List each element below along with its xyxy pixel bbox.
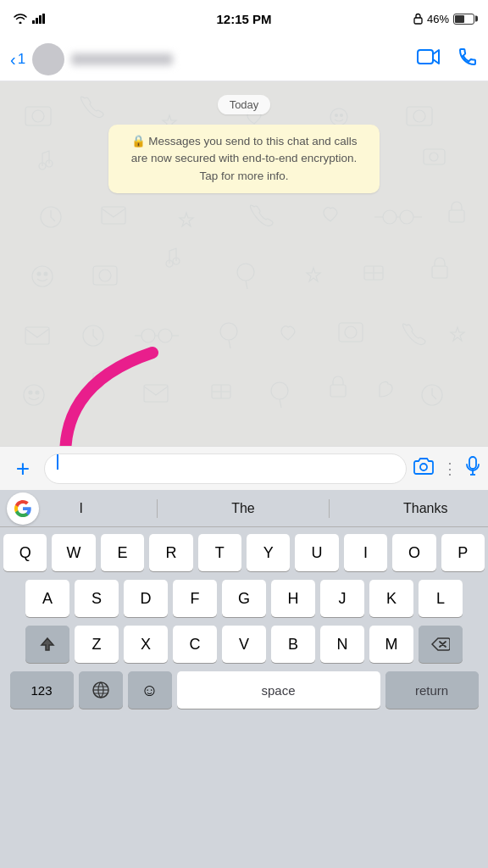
prediction-bar: I The Thanks <box>0 490 488 527</box>
svg-rect-4 <box>414 18 422 24</box>
key-O[interactable]: O <box>392 534 435 571</box>
contact-info[interactable] <box>32 43 410 75</box>
key-Z[interactable]: Z <box>75 626 119 663</box>
key-W[interactable]: W <box>52 534 95 571</box>
svg-rect-3 <box>42 14 45 24</box>
back-chevron-icon: ‹ <box>10 51 16 68</box>
key-Y[interactable]: Y <box>247 534 290 571</box>
svg-rect-20 <box>102 207 125 224</box>
key-K[interactable]: K <box>369 580 413 617</box>
svg-point-26 <box>44 272 47 275</box>
prediction-word-3[interactable]: Thanks <box>396 498 454 520</box>
date-badge: Today <box>218 95 271 114</box>
svg-rect-0 <box>32 20 35 24</box>
key-D[interactable]: D <box>124 580 168 617</box>
status-bar: 12:15 PM 46% <box>0 0 488 37</box>
wifi-icon <box>14 14 27 24</box>
svg-point-55 <box>420 464 427 470</box>
svg-point-43 <box>36 391 39 394</box>
key-X[interactable]: X <box>124 626 168 663</box>
key-R[interactable]: R <box>149 534 192 571</box>
key-P[interactable]: P <box>441 534 485 571</box>
plus-button[interactable]: + <box>8 454 37 483</box>
svg-rect-46 <box>144 385 168 402</box>
camera-button[interactable] <box>413 458 434 479</box>
key-B[interactable]: B <box>271 626 315 663</box>
key-H[interactable]: H <box>271 580 315 617</box>
key-I[interactable]: I <box>344 534 387 571</box>
keyboard-row-2: A S D F G H J K L <box>3 580 485 617</box>
key-C[interactable]: C <box>173 626 217 663</box>
encryption-bubble[interactable]: 🔒 Messages you send to this chat and cal… <box>108 125 380 193</box>
globe-key[interactable] <box>79 671 123 709</box>
contact-name <box>71 53 173 65</box>
call-button[interactable] <box>458 47 478 72</box>
key-F[interactable]: F <box>173 580 217 617</box>
contact-avatar <box>32 43 64 75</box>
prediction-divider-2 <box>329 499 330 518</box>
svg-point-31 <box>237 264 254 281</box>
svg-point-25 <box>37 272 41 275</box>
svg-rect-49 <box>330 385 346 397</box>
prediction-word-1[interactable]: I <box>73 498 90 520</box>
backspace-key[interactable] <box>419 626 463 663</box>
battery-icon <box>453 14 474 25</box>
google-logo <box>7 492 39 525</box>
keyboard: I The Thanks Q W E R T Y U I O P A S D F… <box>0 490 488 868</box>
key-Q[interactable]: Q <box>3 534 47 571</box>
key-E[interactable]: E <box>101 534 144 571</box>
key-A[interactable]: A <box>25 580 69 617</box>
svg-rect-23 <box>449 210 464 222</box>
svg-point-40 <box>345 326 357 338</box>
svg-point-21 <box>383 210 396 224</box>
space-key[interactable]: space <box>177 671 380 709</box>
keyboard-row-1: Q W E R T Y U I O P <box>3 534 485 571</box>
back-count: 1 <box>18 51 25 68</box>
svg-rect-1 <box>36 18 38 24</box>
prediction-words: I The Thanks <box>39 498 488 520</box>
text-cursor <box>57 454 58 470</box>
return-key[interactable]: return <box>385 671 479 709</box>
key-G[interactable]: G <box>222 580 266 617</box>
svg-point-22 <box>400 210 413 224</box>
status-right: 46% <box>413 13 474 25</box>
shift-key[interactable] <box>25 626 69 663</box>
key-S[interactable]: S <box>75 580 119 617</box>
key-T[interactable]: T <box>198 534 241 571</box>
battery-percent: 46% <box>427 13 449 25</box>
key-N[interactable]: N <box>320 626 364 663</box>
microphone-button[interactable] <box>466 456 480 481</box>
svg-rect-33 <box>432 266 447 278</box>
more-options-button[interactable]: ⋮ <box>442 459 458 478</box>
keyboard-row-3: Z X C V B N M <box>3 626 485 663</box>
svg-point-42 <box>29 391 32 394</box>
svg-point-36 <box>141 329 155 342</box>
prediction-word-2[interactable]: The <box>225 498 262 520</box>
svg-point-38 <box>220 323 237 340</box>
chat-area: Today 🔒 Messages you send to this chat a… <box>0 81 488 446</box>
key-L[interactable]: L <box>419 580 463 617</box>
video-call-button[interactable] <box>417 48 441 70</box>
signal-icon <box>32 14 46 24</box>
key-J[interactable]: J <box>320 580 364 617</box>
key-rows: Q W E R T Y U I O P A S D F G H J K L <box>0 527 488 868</box>
key-V[interactable]: V <box>222 626 266 663</box>
lock-icon <box>413 13 423 25</box>
key-M[interactable]: M <box>369 626 413 663</box>
message-input-field[interactable] <box>44 453 407 484</box>
svg-point-48 <box>271 382 288 399</box>
header-icons <box>417 47 478 72</box>
chat-header: ‹ 1 <box>0 37 488 81</box>
key-U[interactable]: U <box>295 534 338 571</box>
chat-content: Today 🔒 Messages you send to this chat a… <box>0 81 488 207</box>
numbers-key[interactable]: 123 <box>10 671 74 709</box>
svg-point-24 <box>32 266 53 287</box>
emoji-key[interactable]: ☺ <box>128 671 172 709</box>
keyboard-bottom-row: 123 ☺ space return <box>3 671 485 709</box>
svg-rect-5 <box>418 50 433 64</box>
back-button[interactable]: ‹ 1 <box>10 51 25 68</box>
input-bar: + ⋮ <box>0 446 488 490</box>
svg-rect-2 <box>39 15 42 24</box>
svg-point-41 <box>24 385 44 405</box>
svg-point-28 <box>99 270 111 281</box>
